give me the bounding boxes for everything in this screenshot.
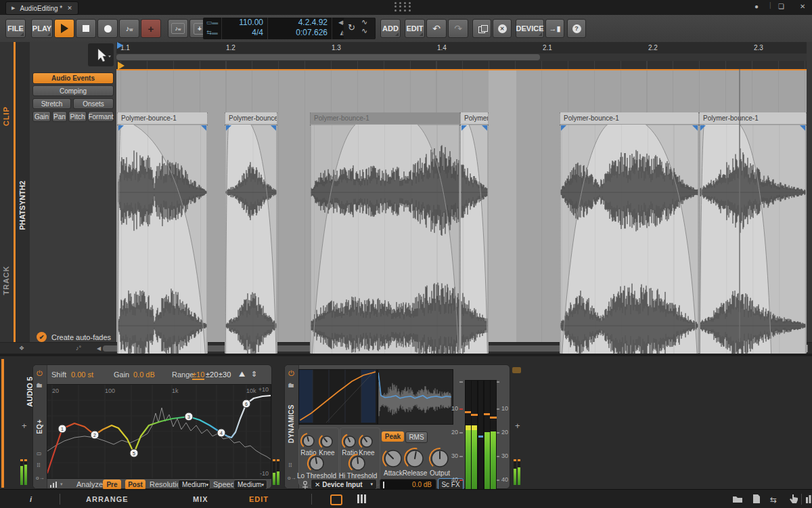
clip-title[interactable]: Polymer-bounce-1: [310, 112, 460, 125]
eq-resolution-dropdown[interactable]: Medium▾: [178, 480, 210, 490]
scroll-left-icon[interactable]: ◀: [97, 345, 101, 352]
arranger-record-button[interactable]: +: [141, 19, 161, 38]
sidechain-source-dropdown[interactable]: ✕ Device Input ▾: [311, 479, 377, 490]
sidechain-gain-value[interactable]: 0.0 dB: [412, 481, 432, 488]
view-arrange[interactable]: ARRANGE: [86, 495, 129, 503]
undo-button[interactable]: ↶: [426, 19, 447, 38]
clip-waveform-area[interactable]: [699, 125, 807, 354]
knob-release[interactable]: [403, 446, 427, 471]
add-track-device-icon[interactable]: +: [22, 421, 27, 431]
knob-knee[interactable]: [317, 432, 336, 451]
audio-clip[interactable]: Polymer-bounce-1: [310, 112, 460, 354]
clip-title[interactable]: Polymer-: [460, 112, 489, 125]
eq-modulator-icon[interactable]: o→: [36, 475, 44, 481]
track-name-strip[interactable]: PHATSYNTH2: [16, 42, 30, 342]
clip-launcher-icon[interactable]: [330, 494, 342, 505]
launcher-overdub-button[interactable]: ♪w: [168, 19, 188, 38]
knob-knee[interactable]: [357, 432, 376, 451]
zoom-scrollbar-thumb[interactable]: [116, 54, 540, 60]
dynamics-device[interactable]: ⏻ 🖿 DYNAMICS ⠿ o→ Peak RMS ✕: [284, 364, 510, 489]
tempo-display[interactable]: 110.00 4/4: [222, 18, 268, 39]
clip-title[interactable]: Polymer-bounce-1: [117, 112, 208, 125]
close-icon[interactable]: ✕: [800, 3, 805, 10]
audio-clip[interactable]: Polymer-: [460, 112, 489, 354]
file-icon[interactable]: [752, 494, 761, 504]
clip-waveform-area[interactable]: [225, 125, 277, 354]
stop-button[interactable]: [76, 19, 96, 38]
dynamics-preset-icon[interactable]: 🖿: [288, 381, 294, 389]
audio-clip[interactable]: Polymer-bounce-1: [699, 112, 807, 354]
minimize-icon[interactable]: ●: [754, 3, 759, 10]
eq-expand-icon[interactable]: ▭: [37, 450, 42, 457]
onsets-button[interactable]: Onsets: [73, 98, 114, 109]
tab-track[interactable]: TRACK: [2, 266, 10, 295]
eq-display-mode-dropdown-icon[interactable]: ▾: [60, 482, 63, 487]
clip-waveform-area[interactable]: [460, 125, 489, 354]
time-signature[interactable]: 4/4: [222, 28, 267, 38]
mixer-meter-icon[interactable]: [805, 494, 812, 503]
eq-shift-value[interactable]: 0.00 st: [71, 371, 93, 379]
play-menu-button[interactable]: PLAY: [31, 19, 53, 38]
audio-clip[interactable]: Polymer-bounce-1: [117, 112, 208, 354]
io-swap-icon[interactable]: ⇆: [770, 495, 777, 505]
audio-clip[interactable]: Polymer-bounce-1: [225, 112, 277, 354]
clip-waveform-area[interactable]: [310, 125, 460, 354]
lanes-icon[interactable]: [357, 494, 366, 503]
position-value[interactable]: 4.2.4.92: [268, 18, 332, 28]
info-icon[interactable]: i: [30, 495, 32, 503]
knob-ratio[interactable]: [299, 431, 318, 450]
add-menu-button[interactable]: ADD: [380, 19, 401, 38]
playhead-marker[interactable]: [117, 42, 123, 49]
restore-icon[interactable]: ❏: [778, 3, 784, 10]
dynamics-remote-icon[interactable]: ⠿: [288, 463, 292, 469]
clip-waveform-area[interactable]: [560, 125, 699, 354]
overdub-button[interactable]: ♪w: [119, 19, 139, 38]
eq-speed-dropdown[interactable]: Medium▾: [233, 480, 267, 490]
peak-button[interactable]: Peak: [382, 431, 404, 442]
play-start-marker[interactable]: [118, 62, 125, 70]
record-button[interactable]: [97, 19, 118, 38]
layers-icon[interactable]: ❖: [19, 345, 24, 352]
rms-button[interactable]: RMS: [405, 431, 428, 443]
touch-icon[interactable]: [789, 494, 798, 504]
loop-icon[interactable]: ↻: [348, 22, 355, 33]
clip-title[interactable]: Polymer-bounce-1: [699, 112, 807, 125]
project-close-icon[interactable]: ✕: [67, 5, 72, 12]
edit-menu-button[interactable]: EDIT: [405, 19, 425, 38]
position-display[interactable]: 4.2.4.92 0:07.626: [268, 18, 332, 39]
gain-button[interactable]: Gain: [32, 111, 51, 122]
dynamics-power-icon[interactable]: ⏻: [288, 369, 294, 378]
pan-button[interactable]: Pan: [52, 111, 67, 122]
fade-in-handle-icon[interactable]: [461, 125, 467, 131]
view-edit[interactable]: EDIT: [249, 495, 269, 503]
chain-end-token[interactable]: [512, 367, 521, 373]
audio-events-button[interactable]: Audio Events: [32, 72, 114, 84]
clip-title[interactable]: Polymer-bounce-1: [225, 112, 277, 125]
knob-attack[interactable]: [381, 446, 405, 471]
sidechain-icon[interactable]: [301, 480, 309, 490]
eq-range-20[interactable]: ±20: [206, 371, 218, 379]
dynamics-wave-display[interactable]: [378, 369, 453, 425]
sidechain-clear-icon[interactable]: ✕: [315, 481, 320, 488]
eq-display[interactable]: 125346 20 100 1k 10k +10 -10: [47, 384, 271, 479]
beat-grid-strip[interactable]: [116, 61, 812, 69]
help-button[interactable]: ?: [567, 19, 586, 38]
auto-fades-row[interactable]: ✔ Create auto-fades: [37, 332, 111, 342]
bitwig-logo-dots[interactable]: [394, 2, 412, 12]
browser-icon[interactable]: [732, 494, 743, 503]
play-button[interactable]: [54, 19, 74, 38]
add-device-icon[interactable]: +: [515, 421, 520, 431]
comping-button[interactable]: Comping: [32, 85, 114, 96]
view-mix[interactable]: MIX: [193, 495, 208, 503]
eq-pre-button[interactable]: Pre: [103, 480, 121, 490]
eq-power-icon[interactable]: ⏻: [37, 369, 43, 378]
eq-range-30[interactable]: ±30: [219, 371, 231, 379]
file-menu-button[interactable]: FILE: [5, 19, 26, 38]
checkbox-checked-icon[interactable]: ✔: [37, 332, 47, 342]
device-menu-button[interactable]: DEVICE: [516, 19, 544, 38]
eq-post-button[interactable]: Post: [125, 480, 145, 490]
eq-range-10[interactable]: ±10: [192, 371, 204, 380]
knob-lo-threshold[interactable]: [306, 452, 328, 474]
knob-hi-threshold[interactable]: [347, 452, 369, 474]
eq-remote-icon[interactable]: ⠿: [37, 463, 41, 469]
